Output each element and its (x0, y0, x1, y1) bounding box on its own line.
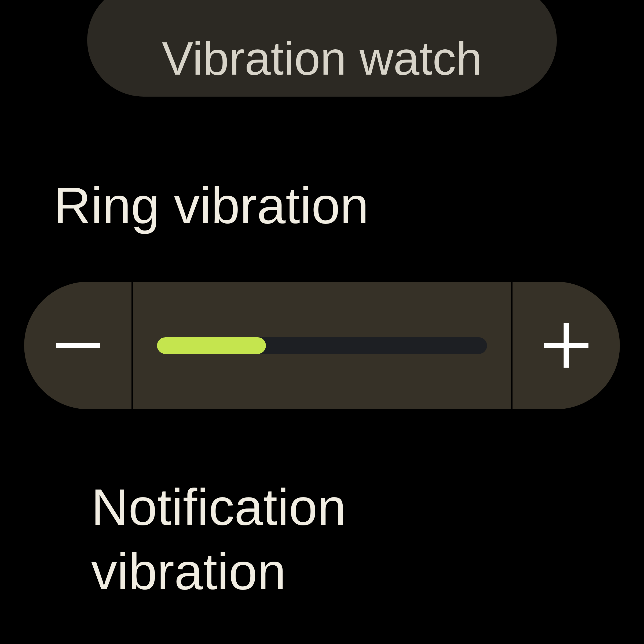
slider-track (157, 337, 487, 354)
slider-fill (157, 337, 266, 354)
vibration-watch-label: Vibration watch (162, 35, 482, 82)
settings-screen: Vibration watch Ring vibration (0, 0, 644, 644)
ring-vibration-label: Ring vibration (54, 178, 590, 233)
increase-button[interactable] (513, 282, 620, 409)
ring-vibration-stepper (24, 282, 620, 409)
minus-icon (56, 343, 100, 348)
vibration-watch-chip[interactable]: Vibration watch (87, 0, 557, 97)
decrease-button[interactable] (24, 282, 131, 409)
svg-rect-2 (544, 343, 588, 348)
ring-vibration-slider[interactable] (133, 282, 511, 409)
svg-rect-0 (56, 343, 100, 348)
notification-vibration-label: Notification vibration (91, 475, 553, 604)
plus-icon (544, 323, 588, 368)
